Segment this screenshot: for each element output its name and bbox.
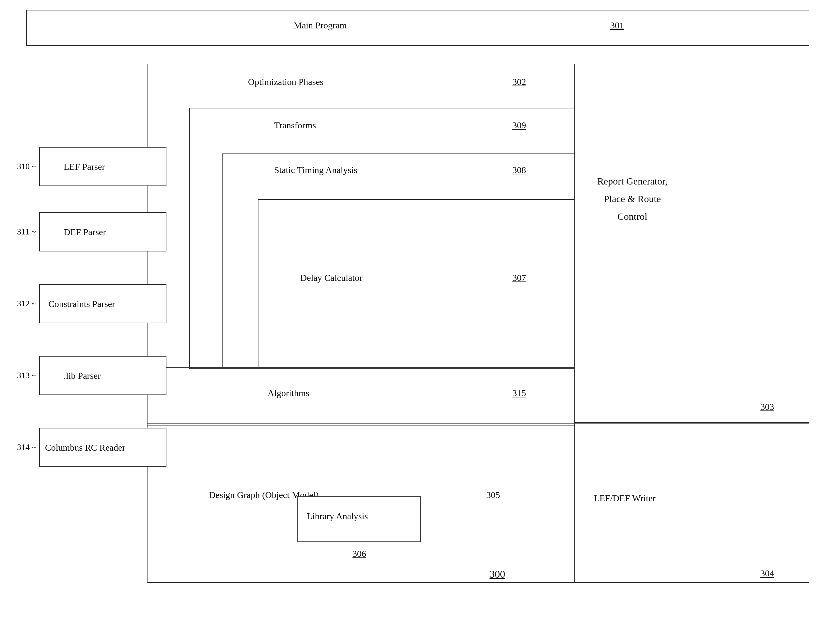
optimization-phases-label: Optimization Phases [248, 77, 323, 87]
report-generator-box [575, 64, 809, 423]
report-generator-ref: 303 [760, 402, 774, 412]
delay-calculator-ref: 307 [512, 273, 526, 283]
main-program-label: Main Program [294, 20, 347, 31]
outer-box-ref: 300 [490, 568, 505, 580]
algorithms-label: Algorithms [268, 388, 309, 398]
design-graph-ref: 305 [486, 490, 500, 500]
lib-parser-label: .lib Parser [64, 371, 101, 381]
constraints-parser-label: Constraints Parser [48, 299, 115, 309]
lef-def-writer-label: LEF/DEF Writer [594, 493, 656, 504]
optimization-phases-ref: 302 [512, 77, 526, 87]
constraints-parser-ref: 312 ~ [17, 299, 37, 308]
algorithms-box [147, 367, 575, 426]
algorithms-ref: 315 [512, 388, 526, 398]
static-timing-ref: 308 [512, 165, 526, 175]
library-analysis-label: Library Analysis [307, 511, 368, 521]
delay-calculator-box [258, 199, 575, 369]
columbus-rc-ref: 314 ~ [17, 443, 37, 452]
lib-parser-ref: 313 ~ [17, 371, 37, 380]
diagram: Main Program 301 Report Generator, Place… [0, 0, 840, 626]
main-program-ref: 301 [610, 20, 624, 31]
lef-parser-ref: 310 ~ [17, 162, 37, 171]
transforms-label: Transforms [274, 120, 316, 131]
library-analysis-ref: 306 [353, 549, 366, 559]
lib-parser-box [39, 356, 166, 395]
report-generator-label: Report Generator, Place & Route Control [597, 157, 667, 241]
lef-def-writer-ref: 304 [760, 568, 774, 579]
def-parser-label: DEF Parser [64, 227, 106, 238]
columbus-rc-label: Columbus RC Reader [45, 443, 125, 453]
main-program-box [26, 10, 809, 46]
static-timing-label: Static Timing Analysis [274, 165, 358, 175]
transforms-ref: 309 [512, 120, 526, 131]
def-parser-ref: 311 ~ [17, 227, 36, 237]
lef-parser-label: LEF Parser [64, 162, 105, 172]
delay-calculator-label: Delay Calculator [300, 273, 362, 283]
